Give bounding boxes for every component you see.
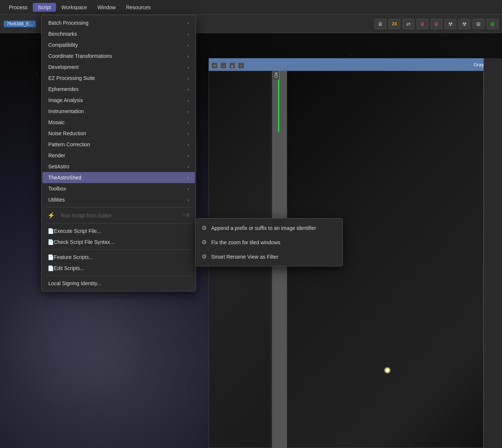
menu-ez-processing-suite[interactable]: EZ Processing Suite ›	[42, 73, 195, 84]
arrow-icon: ›	[188, 175, 189, 181]
window-controls: ✕ — ▲ +	[209, 60, 247, 71]
menu-divider-4	[45, 276, 192, 276]
menu-feature-scripts[interactable]: 📄 Feature Scripts...	[42, 252, 196, 263]
bright-star	[384, 367, 391, 374]
arrow-icon: ›	[188, 164, 189, 169]
menu-divider-2	[45, 223, 192, 224]
doc-blue-icon: 📄	[48, 265, 54, 271]
toolbar-24-icon[interactable]: 24	[388, 19, 400, 29]
menu-script[interactable]: Script	[33, 3, 56, 12]
menu-compatibility[interactable]: Compatibility ›	[42, 39, 195, 50]
toolbar-monitor-icon[interactable]: 🖥	[374, 19, 386, 29]
oili-label: Oili	[273, 71, 279, 80]
menu-window[interactable]: Window	[92, 3, 121, 12]
toolbar-monitor-close2-icon[interactable]: 🖥	[430, 19, 442, 29]
script-dropdown-menu: Batch Processing › Benchmarks › Compatib…	[41, 15, 196, 291]
lightning-icon: ⚡	[48, 212, 55, 219]
menu-local-signing[interactable]: Local Signing Identity...	[42, 278, 195, 289]
gray-header-bar: Gray 1:12	[209, 58, 502, 71]
menu-resources[interactable]: Resources	[121, 3, 156, 12]
gear-icon-1: ⚙	[202, 224, 207, 231]
menu-run-script: ⚡ Run Script from Editor ^ R	[42, 209, 196, 221]
close-window-btn[interactable]: ✕	[212, 63, 217, 69]
arrow-icon: ›	[188, 64, 189, 70]
doc-red2-icon: 📄	[48, 254, 54, 260]
menu-utilities[interactable]: Utilities ›	[42, 194, 195, 205]
toolbar-radiation2-icon[interactable]: ☢	[459, 19, 470, 29]
run-script-shortcut: ^ R	[183, 213, 190, 218]
menu-theAstroShed[interactable]: TheAstroShed ›	[42, 172, 195, 183]
menu-ephemerides[interactable]: Ephemerides ›	[42, 84, 195, 95]
arrow-icon: ›	[188, 20, 189, 26]
menu-image-analysis[interactable]: Image Analysis ›	[42, 95, 195, 106]
minimize-window-btn[interactable]: —	[220, 63, 226, 69]
menubar: Process Script Workspace Window Resource…	[0, 0, 502, 15]
menu-execute-script[interactable]: 📄 Execute Script File...	[42, 225, 196, 237]
arrow-icon: ›	[188, 76, 189, 81]
menu-divider-1	[45, 207, 192, 207]
arrow-icon: ›	[188, 53, 189, 59]
menu-divider-3	[45, 249, 192, 250]
plus-window-btn[interactable]: +	[238, 63, 244, 69]
menu-benchmarks[interactable]: Benchmarks ›	[42, 28, 195, 39]
menu-render[interactable]: Render ›	[42, 150, 195, 161]
theastroshed-submenu: ⚙ Append a prefix or suffix to an image …	[195, 218, 343, 266]
menu-workspace[interactable]: Workspace	[56, 3, 92, 12]
toolbar-radiation-icon[interactable]: ☢	[445, 19, 456, 29]
arrow-icon: ›	[188, 186, 189, 192]
arrow-icon: ›	[188, 120, 189, 125]
toolbar-label: 76x6388_E...	[4, 21, 36, 27]
menu-pattern-correction[interactable]: Pattern Correction ›	[42, 139, 195, 150]
toolbar-grid-check-icon[interactable]: ⊞	[487, 19, 498, 29]
arrow-icon: ›	[188, 197, 189, 203]
arrow-icon: ›	[188, 109, 189, 114]
submenu-fix-zoom[interactable]: ⚙ Fix the zoom for tiled windows	[196, 235, 342, 249]
menu-process[interactable]: Process	[4, 3, 33, 12]
toolbar-transfer-icon[interactable]: ⇄	[402, 19, 414, 29]
menu-toolbox[interactable]: Toolbox ›	[42, 183, 195, 194]
menu-setiAstro[interactable]: SetiAstro ›	[42, 161, 195, 172]
arrow-icon: ›	[188, 131, 189, 136]
right-side-panel	[484, 58, 502, 448]
submenu-smart-rename[interactable]: ⚙ Smart Rename View as Filter	[196, 249, 342, 264]
maximize-window-btn[interactable]: ▲	[229, 63, 235, 69]
gear-icon-2: ⚙	[202, 239, 207, 246]
menu-mosaic[interactable]: Mosaic ›	[42, 117, 195, 128]
toolbar-grid-icon[interactable]: ⊞	[473, 19, 484, 29]
menu-instrumentation[interactable]: Instrumentation ›	[42, 106, 195, 117]
arrow-icon: ›	[188, 87, 189, 92]
toolbar-icons: 🖥 24 ⇄ 🖥 🖥 ☢ ☢ ⊞ ⊞	[374, 19, 498, 29]
arrow-icon: ›	[188, 31, 189, 37]
menu-coordinate-transformations[interactable]: Coordinate Transformations ›	[42, 50, 195, 62]
menu-batch-processing[interactable]: Batch Processing ›	[42, 17, 195, 28]
doc-red-icon: 📄	[48, 228, 54, 234]
gear-icon-3: ⚙	[202, 253, 207, 260]
menu-development[interactable]: Development ›	[42, 62, 195, 73]
toolbar-monitor-close-icon[interactable]: 🖥	[416, 19, 428, 29]
menu-noise-reduction[interactable]: Noise Reduction ›	[42, 128, 195, 139]
doc-green-icon: 📄	[48, 239, 54, 245]
arrow-icon: ›	[188, 142, 189, 147]
arrow-icon: ›	[188, 153, 189, 158]
menu-check-script[interactable]: 📄 Check Script File Syntax...	[42, 237, 196, 248]
arrow-icon: ›	[188, 42, 189, 48]
menu-edit-scripts[interactable]: 📄 Edit Scripts...	[42, 263, 196, 274]
submenu-append-prefix[interactable]: ⚙ Append a prefix or suffix to an image …	[196, 221, 342, 235]
arrow-icon: ›	[188, 98, 189, 103]
